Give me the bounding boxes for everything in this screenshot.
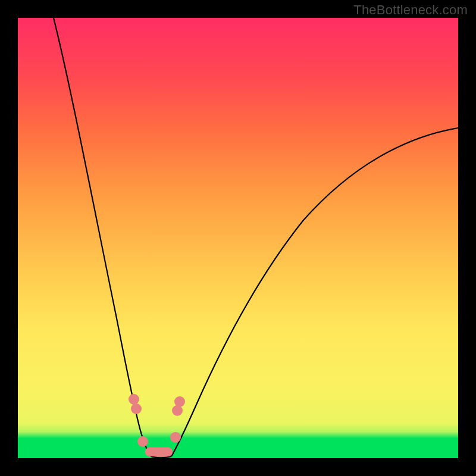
- marker-dot: [174, 396, 185, 407]
- marker-dot: [137, 436, 148, 447]
- marker-dot: [131, 403, 142, 414]
- curves-svg: [18, 18, 458, 458]
- watermark-text: TheBottleneck.com: [353, 2, 468, 18]
- right-branch-curve: [171, 128, 458, 456]
- valley-curve: [151, 456, 171, 458]
- marker-dot: [170, 432, 181, 443]
- marker-dot: [129, 394, 139, 405]
- valley-band: [145, 447, 173, 456]
- left-branch-curve: [54, 18, 151, 456]
- chart-frame: TheBottleneck.com: [0, 0, 476, 476]
